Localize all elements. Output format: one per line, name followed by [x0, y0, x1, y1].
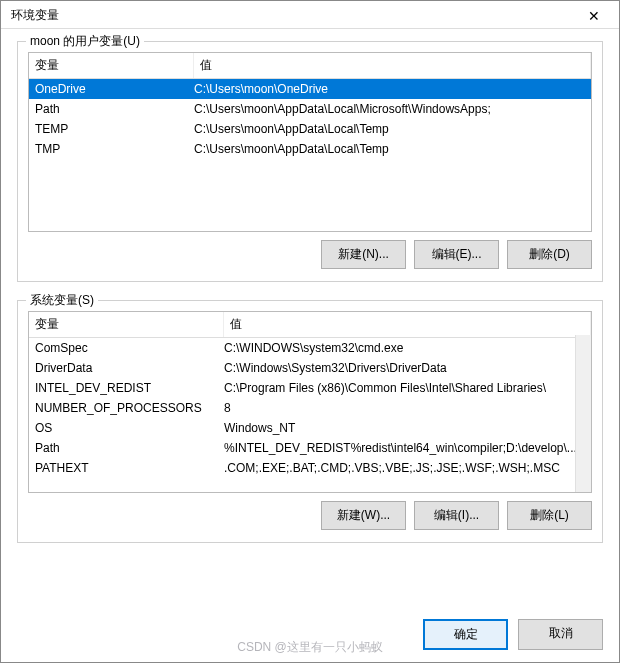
- table-row[interactable]: Path C:\Users\moon\AppData\Local\Microso…: [29, 99, 591, 119]
- system-edit-button[interactable]: 编辑(I)...: [414, 501, 499, 530]
- cell-val: %INTEL_DEV_REDIST%redist\intel64_win\com…: [224, 441, 585, 455]
- system-vars-label: 系统变量(S): [26, 292, 98, 309]
- user-new-button[interactable]: 新建(N)...: [321, 240, 406, 269]
- cell-val: 8: [224, 401, 585, 415]
- user-vars-group: moon 的用户变量(U) 变量 值 OneDrive C:\Users\moo…: [17, 41, 603, 282]
- user-delete-button[interactable]: 删除(D): [507, 240, 592, 269]
- user-table-header: 变量 值: [29, 53, 591, 79]
- system-vars-table[interactable]: 变量 值 ComSpec C:\WINDOWS\system32\cmd.exe…: [28, 311, 592, 493]
- cell-var: TMP: [35, 142, 194, 156]
- cell-var: OneDrive: [35, 82, 194, 96]
- system-table-header: 变量 值: [29, 312, 591, 338]
- cell-val: C:\Users\moon\AppData\Local\Temp: [194, 142, 585, 156]
- system-delete-button[interactable]: 删除(L): [507, 501, 592, 530]
- dialog-buttons: 确定 取消: [423, 619, 603, 650]
- titlebar: 环境变量 ✕: [1, 1, 619, 29]
- cell-val: Windows_NT: [224, 421, 585, 435]
- scrollbar[interactable]: [575, 335, 591, 492]
- table-row[interactable]: PATHEXT .COM;.EXE;.BAT;.CMD;.VBS;.VBE;.J…: [29, 458, 591, 478]
- table-row[interactable]: NUMBER_OF_PROCESSORS 8: [29, 398, 591, 418]
- user-buttons: 新建(N)... 编辑(E)... 删除(D): [28, 240, 592, 269]
- cell-val: C:\Users\moon\AppData\Local\Microsoft\Wi…: [194, 102, 585, 116]
- cell-val: .COM;.EXE;.BAT;.CMD;.VBS;.VBE;.JS;.JSE;.…: [224, 461, 585, 475]
- cell-var: INTEL_DEV_REDIST: [35, 381, 224, 395]
- dialog-title: 环境变量: [11, 7, 59, 24]
- cancel-button[interactable]: 取消: [518, 619, 603, 650]
- cell-var: NUMBER_OF_PROCESSORS: [35, 401, 224, 415]
- cell-var: TEMP: [35, 122, 194, 136]
- cell-val: C:\Users\moon\AppData\Local\Temp: [194, 122, 585, 136]
- col-value[interactable]: 值: [224, 312, 591, 337]
- system-new-button[interactable]: 新建(W)...: [321, 501, 406, 530]
- env-vars-dialog: 环境变量 ✕ moon 的用户变量(U) 变量 值 OneDrive C:\Us…: [0, 0, 620, 663]
- close-icon[interactable]: ✕: [579, 8, 609, 24]
- cell-var: Path: [35, 441, 224, 455]
- table-row[interactable]: OS Windows_NT: [29, 418, 591, 438]
- table-row[interactable]: OneDrive C:\Users\moon\OneDrive: [29, 79, 591, 99]
- cell-var: PATHEXT: [35, 461, 224, 475]
- col-variable[interactable]: 变量: [29, 312, 224, 337]
- table-row[interactable]: TEMP C:\Users\moon\AppData\Local\Temp: [29, 119, 591, 139]
- user-vars-table[interactable]: 变量 值 OneDrive C:\Users\moon\OneDrive Pat…: [28, 52, 592, 232]
- cell-var: Path: [35, 102, 194, 116]
- user-vars-label: moon 的用户变量(U): [26, 33, 144, 50]
- col-value[interactable]: 值: [194, 53, 591, 78]
- cell-val: C:\WINDOWS\system32\cmd.exe: [224, 341, 585, 355]
- table-row[interactable]: ComSpec C:\WINDOWS\system32\cmd.exe: [29, 338, 591, 358]
- user-edit-button[interactable]: 编辑(E)...: [414, 240, 499, 269]
- cell-var: ComSpec: [35, 341, 224, 355]
- table-row[interactable]: DriverData C:\Windows\System32\Drivers\D…: [29, 358, 591, 378]
- cell-val: C:\Windows\System32\Drivers\DriverData: [224, 361, 585, 375]
- table-row[interactable]: TMP C:\Users\moon\AppData\Local\Temp: [29, 139, 591, 159]
- system-buttons: 新建(W)... 编辑(I)... 删除(L): [28, 501, 592, 530]
- table-row[interactable]: Path %INTEL_DEV_REDIST%redist\intel64_wi…: [29, 438, 591, 458]
- cell-val: C:\Users\moon\OneDrive: [194, 82, 585, 96]
- cell-var: OS: [35, 421, 224, 435]
- watermark-text: CSDN @这里有一只小蚂蚁: [237, 639, 383, 656]
- dialog-body: moon 的用户变量(U) 变量 值 OneDrive C:\Users\moo…: [1, 29, 619, 601]
- ok-button[interactable]: 确定: [423, 619, 508, 650]
- col-variable[interactable]: 变量: [29, 53, 194, 78]
- cell-val: C:\Program Files (x86)\Common Files\Inte…: [224, 381, 585, 395]
- cell-var: DriverData: [35, 361, 224, 375]
- system-vars-group: 系统变量(S) 变量 值 ComSpec C:\WINDOWS\system32…: [17, 300, 603, 543]
- table-row[interactable]: INTEL_DEV_REDIST C:\Program Files (x86)\…: [29, 378, 591, 398]
